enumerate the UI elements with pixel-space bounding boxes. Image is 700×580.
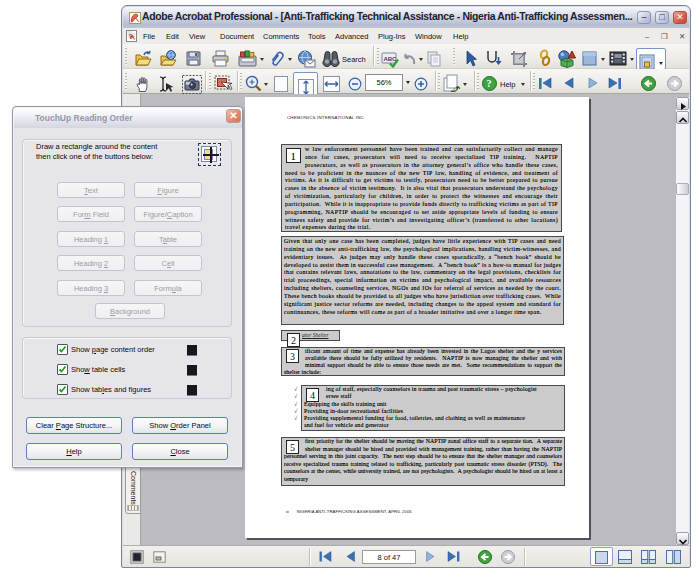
svg-text:ABC: ABC: [383, 56, 397, 62]
svg-text:?: ?: [487, 78, 492, 89]
